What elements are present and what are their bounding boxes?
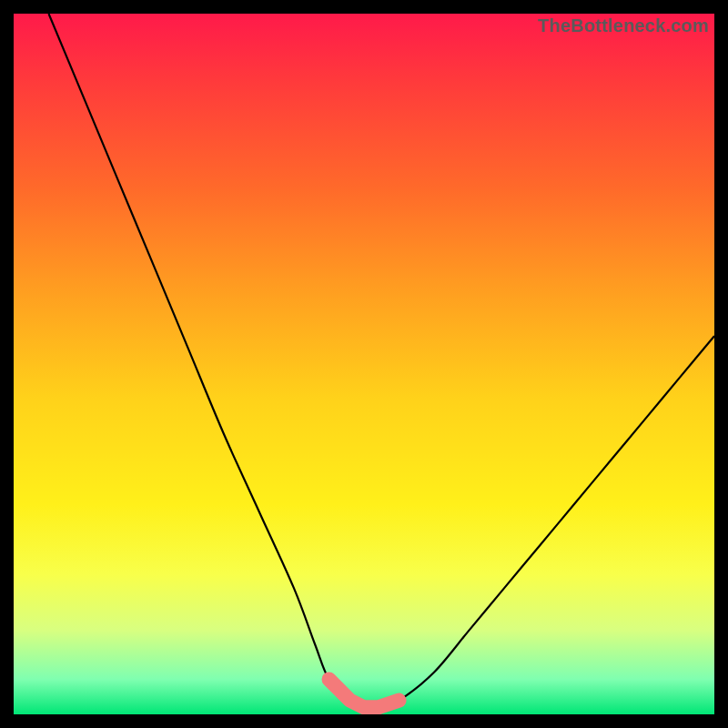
bottleneck-curve-path [49,14,715,708]
chart-frame: TheBottleneck.com [0,0,728,728]
curve-layer [14,14,714,714]
plot-area: TheBottleneck.com [14,14,714,714]
trough-marker-path [329,680,399,708]
